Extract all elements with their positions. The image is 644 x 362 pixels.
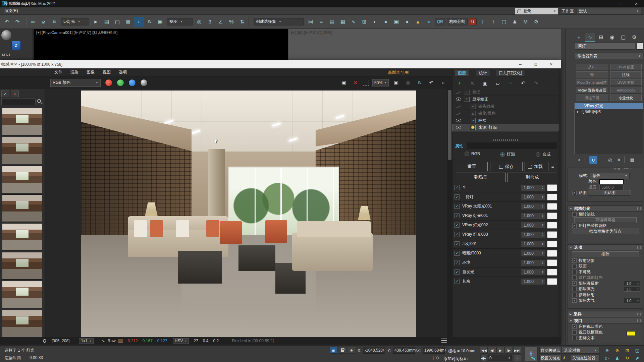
green-channel-icon[interactable]: [117, 79, 124, 86]
spinner-arrows-icon[interactable]: ▲▼: [541, 232, 545, 238]
stack-item-vray-light[interactable]: VRay 灯光: [575, 103, 643, 109]
set-key-mode-button[interactable]: 设置关键点: [539, 355, 561, 361]
absolute-mode-icon[interactable]: ◈: [348, 347, 355, 354]
fov-icon[interactable]: ▷: [603, 355, 611, 361]
lightmix-color-swatch[interactable]: [547, 222, 557, 229]
tab-log[interactable]: 日志[TZ汉化]: [496, 70, 525, 76]
display-tab-icon[interactable]: ▢: [618, 33, 628, 42]
visibility-eye-icon[interactable]: [456, 106, 461, 109]
lightmix-color-swatch[interactable]: [547, 203, 557, 210]
editable-mesh-button[interactable]: 可编辑网格: [574, 217, 637, 223]
tab-layers[interactable]: 图层: [455, 70, 469, 76]
delete-layer-icon[interactable]: ✕: [467, 79, 477, 87]
lightmix-checkbox[interactable]: [454, 213, 460, 218]
replace-mesh-checkbox[interactable]: [572, 224, 577, 228]
utilities-tab-icon[interactable]: ⚙: [629, 33, 639, 42]
lightmix-checkbox[interactable]: [454, 279, 460, 284]
reference-coordinate-dropdown[interactable]: 视图▼: [167, 18, 193, 25]
make-unique-icon[interactable]: ◎: [606, 156, 614, 164]
camera-viewport[interactable]: [+] [PhysCamera001] [用户定义] [默认明暗处理]: [34, 29, 288, 60]
snap-3d-icon[interactable]: 3: [205, 17, 215, 27]
viewport-option-checkbox[interactable]: [572, 336, 577, 340]
save-image-icon[interactable]: ▣: [339, 78, 348, 87]
lightmix-menu-button[interactable]: ≡: [548, 162, 557, 171]
modifier-button[interactable]: UVW 变换: [610, 79, 642, 86]
named-selection-sets-dropdown[interactable]: 创建选择集▼: [254, 18, 304, 25]
blue-sphere-icon[interactable]: ●: [424, 17, 434, 27]
option-checkbox[interactable]: [572, 258, 577, 263]
render-setup-icon[interactable]: ●: [381, 17, 391, 27]
lightmix-color-swatch[interactable]: [547, 250, 557, 257]
maximize-viewport-icon[interactable]: ⬈: [633, 355, 641, 361]
lightmix-color-swatch[interactable]: [547, 194, 557, 200]
redo-icon[interactable]: ↷: [12, 17, 22, 27]
vfb-menu-item[interactable]: 视图: [99, 69, 115, 76]
pixel-ratio-dropdown[interactable]: 1x1▼: [79, 338, 93, 344]
load-button[interactable]: 加载: [525, 162, 546, 171]
history-thumbnail[interactable]: [2, 223, 42, 251]
layers-icon[interactable]: ▢: [499, 17, 509, 27]
layer-row[interactable]: ◑ 降噪: [452, 117, 558, 124]
key-mode-icon[interactable]: ◀▶: [480, 355, 486, 361]
spinner-arrows-icon[interactable]: ▲▼: [541, 203, 545, 209]
vfb-close-button[interactable]: ✕: [543, 61, 559, 68]
modifier-button[interactable]: VRay 置换修改器: [576, 87, 608, 94]
camera-viewport-label[interactable]: [+] [PhysCamera001] [用户定义] [默认明暗处理]: [36, 30, 118, 35]
orbit-icon[interactable]: ↻: [623, 355, 631, 361]
option-value-spinner[interactable]: 1.0: [624, 287, 640, 292]
history-thumbnail[interactable]: [2, 281, 42, 308]
save-layers-icon[interactable]: ▣: [480, 79, 490, 87]
lightmix-checkbox[interactable]: [454, 260, 460, 265]
spinner-arrows-icon[interactable]: ▲▼: [541, 241, 545, 247]
lightmix-color-swatch[interactable]: [547, 231, 557, 238]
blue-bars-icon[interactable]: ⫴: [478, 17, 488, 27]
top-viewport-label[interactable]: [+] [顶] [用户定义] [线框]: [291, 30, 332, 35]
modifier-button[interactable]: 壳: [576, 71, 608, 78]
composition-split-button[interactable]: 构图分割: [447, 18, 468, 25]
current-frame-field[interactable]: 0▲▼: [488, 355, 512, 361]
blue-channel-icon[interactable]: [128, 79, 136, 86]
stack-item-editable-mesh[interactable]: ▶可编辑网格: [575, 109, 643, 115]
spinner-arrows-icon[interactable]: ▲▼: [541, 185, 545, 191]
render-icon[interactable]: ●: [402, 17, 412, 27]
alpha-channel-icon[interactable]: [140, 79, 148, 86]
prev-frame-icon[interactable]: ◀|: [488, 347, 496, 354]
to-composite-button[interactable]: 到合成: [507, 173, 557, 182]
lightmix-checkbox[interactable]: [454, 204, 460, 209]
lightmix-color-swatch[interactable]: [547, 184, 557, 191]
lightmix-color-swatch[interactable]: [547, 213, 557, 219]
select-object-icon[interactable]: ►: [91, 17, 101, 27]
statusbar-menu-icon[interactable]: [441, 339, 447, 343]
orbit-icon[interactable]: ↻: [415, 78, 424, 87]
vfb-menu-item[interactable]: 文件: [50, 69, 66, 76]
mirror-icon[interactable]: ⋈: [306, 17, 316, 27]
save-button[interactable]: 保存: [490, 162, 523, 171]
ribbon-icon[interactable]: ▦: [338, 17, 348, 27]
light-color-swatch[interactable]: [599, 179, 624, 184]
modifier-button[interactable]: FloorGenerator[才: [576, 79, 608, 86]
exclude-button[interactable]: 排除: [572, 251, 639, 257]
add-layer-icon[interactable]: +: [454, 79, 465, 87]
spinner-arrows-icon[interactable]: ▲▼: [541, 269, 545, 275]
modifier-button[interactable]: 专业优化: [610, 95, 642, 101]
option-checkbox[interactable]: [572, 293, 577, 297]
clear-image-icon[interactable]: ✕: [351, 78, 360, 87]
sphere-icon[interactable]: ○: [439, 78, 447, 87]
radio-rgb[interactable]: RGB: [465, 152, 480, 156]
options-rollout-header[interactable]: ▼选项: [568, 245, 643, 250]
show-end-result-icon[interactable]: ∪: [589, 156, 597, 164]
red-channel-icon[interactable]: [105, 79, 112, 86]
update-notice[interactable]: 新版本可用!: [388, 70, 409, 75]
undo-icon[interactable]: ↶: [518, 79, 528, 87]
spinner-arrows-icon[interactable]: ▲▼: [541, 213, 545, 219]
select-and-link-icon[interactable]: ∞: [28, 17, 38, 27]
object-color-swatch[interactable]: [637, 43, 643, 50]
modifier-button[interactable]: UVW 贴图: [610, 64, 642, 70]
rectangular-region-icon[interactable]: ▢: [112, 17, 122, 27]
vfb-maximize-button[interactable]: □: [528, 61, 543, 68]
z-coordinate-field[interactable]: 1996.684m▲▼: [423, 347, 445, 354]
vfb-menu-item[interactable]: 图像: [83, 69, 99, 76]
modify-tab-icon[interactable]: ∿: [585, 33, 595, 42]
pick-mesh-button[interactable]: 拾取网格作为节点: [572, 229, 639, 234]
spinner-arrows-icon[interactable]: ▲▼: [541, 194, 545, 200]
